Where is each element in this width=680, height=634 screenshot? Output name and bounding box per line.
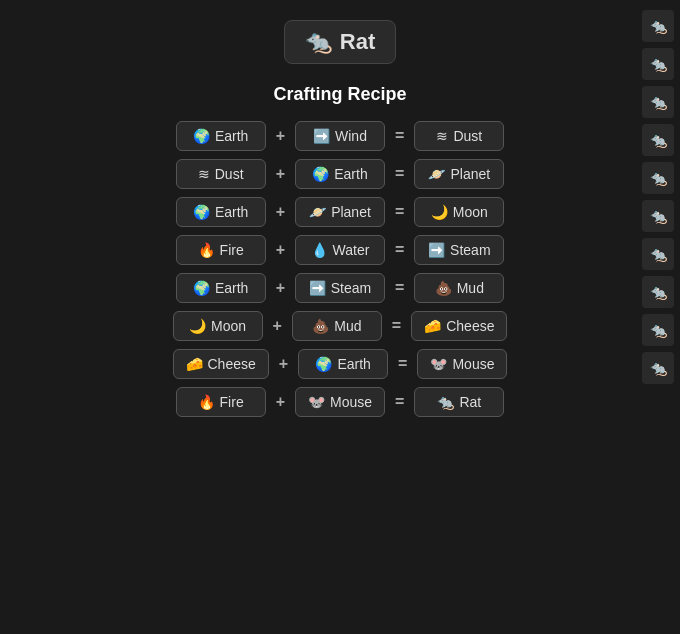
input2-badge: 🌍 Earth: [295, 159, 385, 189]
output-badge: ➡️ Steam: [414, 235, 504, 265]
equals-operator: =: [395, 393, 404, 411]
sidebar-icon-4[interactable]: 🐀: [642, 162, 674, 194]
plus-operator: +: [276, 203, 285, 221]
input1-icon: 🧀: [186, 356, 203, 372]
sidebar-icon-3[interactable]: 🐀: [642, 124, 674, 156]
plus-operator: +: [276, 165, 285, 183]
output-icon: 🌙: [431, 204, 448, 220]
input2-icon: ➡️: [309, 280, 326, 296]
input1-label: Earth: [215, 128, 248, 144]
recipe-list: 🌍 Earth + ➡️ Wind = ≋ Dust ≋ Dust + 🌍 Ea…: [173, 121, 508, 417]
input1-badge: 🧀 Cheese: [173, 349, 269, 379]
sidebar-icon-0[interactable]: 🐀: [642, 10, 674, 42]
sidebar-icon-7[interactable]: 🐀: [642, 276, 674, 308]
recipe-row: 🌙 Moon + 💩 Mud = 🧀 Cheese: [173, 311, 508, 341]
input1-label: Dust: [215, 166, 244, 182]
recipe-row: 🔥 Fire + 🐭 Mouse = 🐀 Rat: [176, 387, 505, 417]
output-label: Mouse: [452, 356, 494, 372]
plus-operator: +: [276, 393, 285, 411]
output-label: Planet: [450, 166, 490, 182]
input1-label: Fire: [220, 242, 244, 258]
output-badge: 🧀 Cheese: [411, 311, 507, 341]
input1-label: Earth: [215, 280, 248, 296]
input1-badge: 🌙 Moon: [173, 311, 263, 341]
plus-operator: +: [279, 355, 288, 373]
equals-operator: =: [395, 279, 404, 297]
plus-operator: +: [273, 317, 282, 335]
output-label: Cheese: [446, 318, 494, 334]
recipe-row: 🌍 Earth + ➡️ Wind = ≋ Dust: [176, 121, 505, 151]
output-badge: 🐀 Rat: [414, 387, 504, 417]
sidebar-icon-6[interactable]: 🐀: [642, 238, 674, 270]
input2-badge: 🌍 Earth: [298, 349, 388, 379]
input2-badge: 🪐 Planet: [295, 197, 385, 227]
input1-icon: 🌍: [193, 204, 210, 220]
input2-badge: 🐭 Mouse: [295, 387, 385, 417]
sidebar-icon-9[interactable]: 🐀: [642, 352, 674, 384]
input2-label: Mud: [334, 318, 361, 334]
equals-operator: =: [395, 203, 404, 221]
input1-label: Cheese: [208, 356, 256, 372]
output-label: Dust: [453, 128, 482, 144]
recipe-row: 🔥 Fire + 💧 Water = ➡️ Steam: [176, 235, 505, 265]
input2-label: Steam: [331, 280, 371, 296]
output-icon: ➡️: [428, 242, 445, 258]
input2-badge: ➡️ Steam: [295, 273, 385, 303]
input1-badge: 🌍 Earth: [176, 273, 266, 303]
input2-icon: 🪐: [309, 204, 326, 220]
input1-badge: ≋ Dust: [176, 159, 266, 189]
equals-operator: =: [392, 317, 401, 335]
sidebar-icon-8[interactable]: 🐀: [642, 314, 674, 346]
input2-badge: 💩 Mud: [292, 311, 382, 341]
input1-badge: 🌍 Earth: [176, 121, 266, 151]
output-badge: ≋ Dust: [414, 121, 504, 151]
input1-icon: ≋: [198, 166, 210, 182]
output-icon: 🐀: [437, 394, 454, 410]
input2-icon: 🐭: [308, 394, 325, 410]
input1-badge: 🔥 Fire: [176, 235, 266, 265]
equals-operator: =: [395, 127, 404, 145]
input2-label: Planet: [331, 204, 371, 220]
section-heading: Crafting Recipe: [273, 84, 406, 105]
output-label: Rat: [459, 394, 481, 410]
output-icon: 🪐: [428, 166, 445, 182]
input1-icon: 🔥: [198, 394, 215, 410]
output-badge: 🐭 Mouse: [417, 349, 507, 379]
input1-label: Moon: [211, 318, 246, 334]
input2-icon: ➡️: [313, 128, 330, 144]
input2-icon: 🌍: [312, 166, 329, 182]
input2-label: Earth: [337, 356, 370, 372]
title-icon: 🐀: [305, 29, 332, 55]
output-icon: ≋: [436, 128, 448, 144]
sidebar-icon-5[interactable]: 🐀: [642, 200, 674, 232]
input2-label: Water: [333, 242, 370, 258]
sidebar-icon-2[interactable]: 🐀: [642, 86, 674, 118]
output-label: Mud: [457, 280, 484, 296]
output-label: Steam: [450, 242, 490, 258]
output-label: Moon: [453, 204, 488, 220]
recipe-row: 🌍 Earth + 🪐 Planet = 🌙 Moon: [176, 197, 505, 227]
title-badge: 🐀 Rat: [284, 20, 396, 64]
input1-label: Earth: [215, 204, 248, 220]
recipe-row: 🌍 Earth + ➡️ Steam = 💩 Mud: [176, 273, 505, 303]
equals-operator: =: [395, 165, 404, 183]
input1-badge: 🌍 Earth: [176, 197, 266, 227]
input1-icon: 🌍: [193, 280, 210, 296]
input1-badge: 🔥 Fire: [176, 387, 266, 417]
input1-icon: 🔥: [198, 242, 215, 258]
input1-label: Fire: [220, 394, 244, 410]
plus-operator: +: [276, 241, 285, 259]
input2-icon: 💩: [312, 318, 329, 334]
input1-icon: 🌙: [189, 318, 206, 334]
equals-operator: =: [395, 241, 404, 259]
sidebar-icon-1[interactable]: 🐀: [642, 48, 674, 80]
input2-label: Mouse: [330, 394, 372, 410]
output-icon: 🧀: [424, 318, 441, 334]
output-badge: 💩 Mud: [414, 273, 504, 303]
input2-icon: 💧: [311, 242, 328, 258]
input2-badge: 💧 Water: [295, 235, 385, 265]
title-label: Rat: [340, 29, 375, 55]
output-icon: 💩: [435, 280, 452, 296]
plus-operator: +: [276, 127, 285, 145]
output-badge: 🪐 Planet: [414, 159, 504, 189]
